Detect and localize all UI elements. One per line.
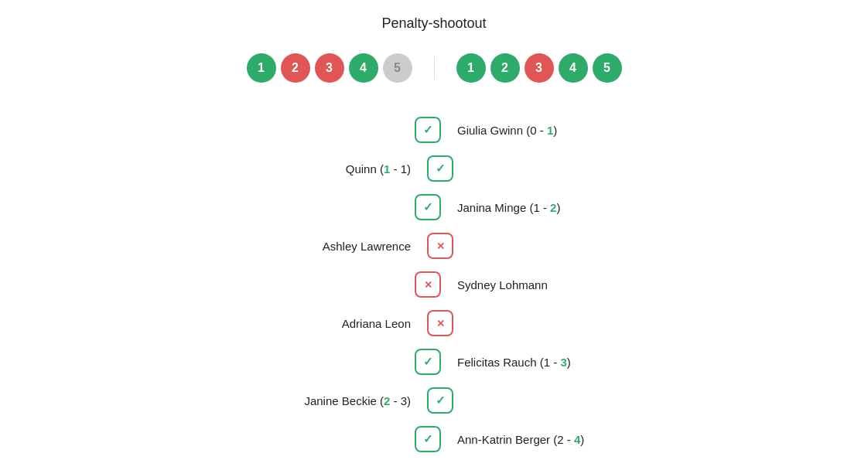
main-container: Penalty-shootout 1 2 3 4 5 1 2 3 4 5 [0, 0, 868, 460]
right-player-5: Sydney Lohmann [445, 278, 705, 291]
player-name-janine: Janine Beckie (2 - 3) [304, 394, 411, 407]
center-icon-3 [411, 194, 445, 220]
result-icon-1 [415, 117, 441, 143]
check-icon-2 [436, 162, 446, 175]
result-icon-2 [427, 155, 453, 182]
penalty-row-8: Janine Beckie (2 - 3) [163, 381, 705, 420]
shootout-header: 1 2 3 4 5 1 2 3 4 5 [0, 53, 868, 83]
janine-score: 2 [384, 394, 390, 407]
center-icon-6 [423, 310, 457, 336]
penalty-row-4: Ashley Lawrence [163, 227, 705, 265]
cross-icon-6 [436, 317, 445, 329]
left-player-6: Adriana Leon [163, 317, 423, 330]
cross-icon-4 [436, 240, 445, 252]
left-player-8: Janine Beckie (2 - 3) [163, 394, 423, 407]
header-divider [434, 56, 435, 80]
penalty-row-2: Quinn (1 - 1) [163, 149, 705, 188]
team-left-dots: 1 2 3 4 5 [247, 53, 412, 83]
right-player-7: Felicitas Rauch (1 - 3) [445, 356, 705, 369]
player-name-janina: Janina Minge (1 - 2) [457, 201, 560, 214]
left-dot-4: 4 [349, 53, 378, 83]
left-player-2: Quinn (1 - 1) [163, 162, 423, 175]
check-icon-1 [423, 123, 433, 137]
result-icon-3 [415, 194, 441, 220]
cross-icon-5 [424, 278, 432, 291]
player-name-ashley: Ashley Lawrence [323, 240, 411, 253]
result-icon-8 [427, 387, 453, 414]
penalty-row-1: Giulia Gwinn (0 - 1) [163, 111, 705, 149]
team-right-dots: 1 2 3 4 5 [456, 53, 622, 83]
left-player-4: Ashley Lawrence [163, 240, 423, 253]
center-icon-5 [411, 271, 445, 298]
penalty-row-6: Adriana Leon [163, 304, 705, 342]
right-dot-4: 4 [559, 53, 588, 83]
right-dot-1: 1 [456, 53, 486, 83]
player-name-giulia: Giulia Gwinn (0 - 1) [457, 124, 557, 137]
felicitas-score: 3 [560, 356, 566, 369]
result-icon-5 [415, 271, 441, 298]
result-icon-7 [415, 349, 441, 375]
center-icon-9 [411, 426, 445, 452]
right-dot-3: 3 [525, 53, 554, 83]
player-name-quinn: Quinn (1 - 1) [346, 162, 411, 175]
check-icon-3 [423, 200, 433, 214]
check-icon-9 [423, 432, 433, 446]
right-player-1: Giulia Gwinn (0 - 1) [445, 124, 705, 137]
page-title: Penalty-shootout [0, 15, 868, 32]
right-player-3: Janina Minge (1 - 2) [445, 201, 705, 214]
center-icon-2 [423, 155, 457, 182]
left-dot-3: 3 [315, 53, 344, 83]
center-icon-8 [423, 387, 457, 414]
check-icon-8 [436, 394, 446, 407]
right-dot-2: 2 [490, 53, 520, 83]
left-dot-5: 5 [383, 53, 412, 83]
penalty-row-7: Felicitas Rauch (1 - 3) [163, 342, 705, 381]
left-dot-1: 1 [247, 53, 276, 83]
player-name-adriana: Adriana Leon [342, 317, 411, 330]
right-dot-5: 5 [593, 53, 622, 83]
score-1: 1 [547, 124, 553, 137]
shootout-body: Giulia Gwinn (0 - 1) Quinn (1 - 1) [0, 111, 868, 458]
player-name-annkatrin: Ann-Katrin Berger (2 - 4) [457, 433, 584, 446]
penalty-row-5: Sydney Lohmann [163, 265, 705, 304]
center-icon-1 [411, 117, 445, 143]
right-player-9: Ann-Katrin Berger (2 - 4) [445, 433, 705, 446]
annkatrin-score: 4 [574, 433, 580, 446]
center-icon-4 [423, 233, 457, 259]
result-icon-4 [427, 233, 453, 259]
left-dot-2: 2 [281, 53, 310, 83]
player-name-sydney: Sydney Lohmann [457, 278, 548, 291]
penalty-row-9: Ann-Katrin Berger (2 - 4) [163, 420, 705, 458]
check-icon-7 [423, 355, 433, 369]
quinn-score: 1 [384, 162, 390, 175]
center-icon-7 [411, 349, 445, 375]
result-icon-6 [427, 310, 453, 336]
janina-score: 2 [550, 201, 556, 214]
player-name-felicitas: Felicitas Rauch (1 - 3) [457, 356, 571, 369]
result-icon-9 [415, 426, 441, 452]
penalty-row-3: Janina Minge (1 - 2) [163, 188, 705, 227]
